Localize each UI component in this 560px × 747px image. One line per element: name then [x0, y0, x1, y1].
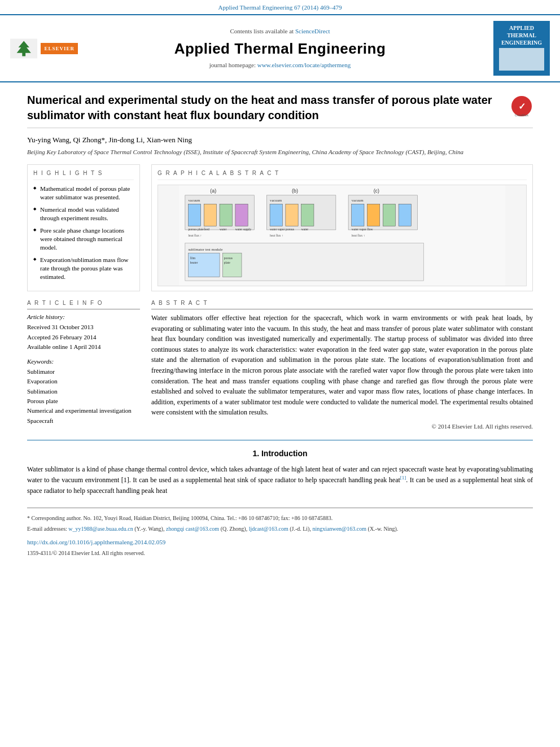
svg-text:heater: heater [190, 261, 198, 264]
article-history-block: Article history: Received 31 October 201… [27, 313, 140, 352]
svg-text:(b): (b) [292, 188, 298, 194]
journal-header: ELSEVIER Contents lists available at Sci… [0, 15, 560, 82]
svg-text:feed: feed [204, 228, 209, 231]
abstract-text: Water sublimators offer effective heat r… [151, 313, 533, 418]
svg-rect-9 [188, 204, 200, 226]
keyword-4: Porous plate [27, 397, 140, 405]
highlights-label: H I G H L I G H T S [33, 169, 134, 180]
svg-text:vacuum: vacuum [270, 198, 282, 202]
svg-text:plate
          
          wat: plate water condenser vacuum pump pressu… [224, 261, 230, 264]
svg-text:water vapor: water vapor [270, 228, 285, 231]
svg-rect-25 [301, 204, 314, 226]
email-wang[interactable]: w_yy1988@ase.buaa.edu.cn [68, 526, 133, 532]
article-title-section: Numerical and experimental study on the … [27, 93, 533, 128]
abstract-label: A B S T R A C T [151, 299, 533, 309]
elsevier-label: ELSEVIER [41, 43, 78, 55]
svg-text:water: water [220, 228, 226, 231]
svg-text:vacuum: vacuum [188, 198, 200, 202]
svg-text:porous: porous [224, 256, 233, 260]
abstract-copyright: © 2014 Elsevier Ltd. All rights reserved… [151, 422, 533, 431]
svg-rect-33 [368, 204, 380, 226]
introduction-section: 1. Introduction Water sublimator is a ki… [27, 448, 533, 496]
section-divider [27, 440, 533, 440]
journal-citation: Applied Thermal Engineering 67 (2014) 46… [218, 4, 342, 11]
journal-title: Applied Thermal Engineering [78, 38, 482, 59]
svg-rect-23 [286, 204, 298, 226]
svg-text:porous: porous [286, 228, 294, 231]
svg-rect-13 [220, 204, 232, 226]
svg-text:heat flux ↑: heat flux ↑ [270, 234, 283, 237]
highlights-col: H I G H L I G H T S Mathematical model o… [27, 164, 140, 291]
svg-rect-35 [399, 204, 411, 226]
svg-text:(a): (a) [210, 188, 216, 194]
footnotes-area: * Corresponding author. No. 102, Youyi R… [27, 508, 533, 558]
svg-rect-11 [204, 204, 216, 226]
email-li[interactable]: ljdcast@163.com [249, 526, 288, 532]
article-title: Numerical and experimental study on the … [27, 93, 501, 123]
svg-text:water supply: water supply [235, 228, 252, 231]
doi-link[interactable]: http://dx.doi.org/10.1016/j.applthermale… [27, 538, 533, 547]
journal-logo-box: APPLIED THERMAL ENGINEERING [493, 21, 550, 76]
email-label: E-mail addresses: [27, 526, 67, 532]
svg-text:✓: ✓ [518, 102, 526, 111]
svg-text:heat flux ↑: heat flux ↑ [352, 234, 365, 237]
email-zhong[interactable]: zhongqi cast@163.com [166, 526, 219, 532]
keyword-6: Spacecraft [27, 417, 140, 425]
graphical-abstract-image: (a) vacuum porous plate feed water water… [158, 185, 527, 286]
svg-text:water vapor flow: water vapor flow [352, 228, 373, 231]
sciencedirect-link[interactable]: ScienceDirect [295, 28, 330, 34]
article-info-col: A R T I C L E I N F O Article history: R… [27, 299, 140, 431]
corresponding-footnote: * Corresponding author. No. 102, Youyi R… [27, 514, 533, 522]
authors-line: Yu-ying Wang, Qi Zhong*, Jin-dong Li, Xi… [27, 135, 533, 145]
highlight-item-2: Numerical model was validated through ex… [33, 206, 134, 223]
elsevier-logo-area: ELSEVIER [10, 38, 78, 59]
graphical-abstract-label: G R A P H I C A L A B S T R A C T [158, 169, 527, 180]
journal-homepage: journal homepage: www.elsevier.com/locat… [78, 61, 482, 69]
journal-header-center: Contents lists available at ScienceDirec… [78, 27, 482, 69]
keywords-block: Keywords: Sublimator Evaporation Sublima… [27, 357, 140, 426]
svg-text:CrossMark: CrossMark [515, 113, 529, 117]
journal-logo-right: APPLIED THERMAL ENGINEERING [482, 21, 550, 76]
svg-text:sublimator test module: sublimator test module [188, 247, 222, 251]
email-ning[interactable]: ningxianwen@163.com [312, 526, 366, 532]
logo-title-2: THERMAL [498, 32, 545, 39]
keywords-title: Keywords: [27, 357, 140, 366]
affiliation: Beijing Key Laboratory of Space Thermal … [27, 148, 533, 156]
highlight-item-4: Evaporation/sublimation mass flow rate t… [33, 256, 134, 282]
svg-rect-31 [352, 204, 364, 226]
highlight-item-1: Mathematical model of porous plate water… [33, 185, 134, 202]
logo-title-3: ENGINEERING [498, 39, 545, 46]
available-date: Available online 1 April 2014 [27, 343, 140, 351]
keyword-2: Evaporation [27, 377, 140, 386]
svg-text:film: film [190, 256, 196, 260]
highlights-list: Mathematical model of porous plate water… [33, 185, 134, 282]
svg-text:vacuum: vacuum [352, 198, 364, 202]
keyword-3: Sublimation [27, 387, 140, 396]
highlight-item-3: Pore scale phase change locations were o… [33, 226, 134, 252]
svg-rect-34 [383, 204, 395, 226]
svg-rect-21 [270, 204, 282, 226]
svg-text:water: water [301, 228, 308, 231]
article-history-title: Article history: [27, 313, 140, 321]
reference-1: [1] [400, 475, 406, 480]
svg-text:(c): (c) [374, 188, 379, 194]
journal-logo-graphic [499, 48, 544, 71]
introduction-text: Water sublimator is a kind of phase chan… [27, 464, 533, 496]
accepted-date: Accepted 26 February 2014 [27, 333, 140, 342]
logo-title-1: APPLIED [498, 24, 545, 32]
svg-text:heat flux ↑: heat flux ↑ [188, 234, 202, 237]
graphical-abstract-col: G R A P H I C A L A B S T R A C T (a) va… [151, 164, 533, 291]
email-footnote: E-mail addresses: w_yy1988@ase.buaa.edu.… [27, 525, 533, 533]
keyword-5: Numerical and experimental investigation [27, 407, 140, 415]
article-info-label: A R T I C L E I N F O [27, 299, 140, 309]
elsevier-logo: ELSEVIER [10, 38, 78, 59]
schematic-diagram: (a) vacuum porous plate feed water water… [158, 185, 526, 286]
abstract-col: A B S T R A C T Water sublimators offer … [151, 299, 533, 431]
introduction-title: 1. Introduction [27, 448, 533, 460]
crossmark-badge-icon[interactable]: ✓ CrossMark [510, 95, 533, 117]
svg-text:porous plate: porous plate [188, 228, 204, 231]
article-body: Numerical and experimental study on the … [0, 82, 560, 567]
keyword-1: Sublimator [27, 368, 140, 376]
highlights-graphical-row: H I G H L I G H T S Mathematical model o… [27, 164, 533, 291]
contents-line: Contents lists available at ScienceDirec… [78, 27, 482, 36]
